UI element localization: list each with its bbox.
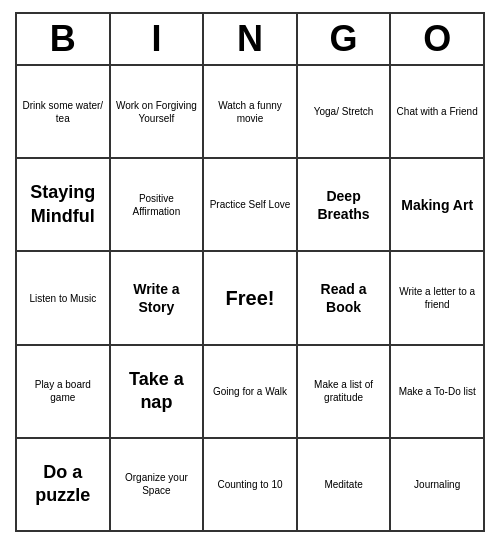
bingo-header: BINGO — [17, 14, 483, 66]
bingo-cell: Free! — [204, 252, 298, 343]
bingo-cell: Write a letter to a friend — [391, 252, 483, 343]
bingo-cell: Deep Breaths — [298, 159, 392, 250]
bingo-cell: Watch a funny movie — [204, 66, 298, 157]
bingo-row: Do a puzzleOrganize your SpaceCounting t… — [17, 439, 483, 530]
bingo-cell: Do a puzzle — [17, 439, 111, 530]
bingo-cell: Yoga/ Stretch — [298, 66, 392, 157]
header-letter: N — [204, 14, 298, 64]
bingo-cell: Meditate — [298, 439, 392, 530]
header-letter: I — [111, 14, 205, 64]
bingo-cell: Journaling — [391, 439, 483, 530]
header-letter: G — [298, 14, 392, 64]
bingo-cell: Drink some water/ tea — [17, 66, 111, 157]
bingo-cell: Chat with a Friend — [391, 66, 483, 157]
bingo-cell: Make a To-Do list — [391, 346, 483, 437]
bingo-cell: Practice Self Love — [204, 159, 298, 250]
header-letter: B — [17, 14, 111, 64]
bingo-cell: Going for a Walk — [204, 346, 298, 437]
bingo-cell: Write a Story — [111, 252, 205, 343]
bingo-cell: Play a board game — [17, 346, 111, 437]
bingo-cell: Make a list of gratitude — [298, 346, 392, 437]
bingo-cell: Making Art — [391, 159, 483, 250]
bingo-cell: Positive Affirmation — [111, 159, 205, 250]
bingo-cell: Counting to 10 — [204, 439, 298, 530]
bingo-cell: Work on Forgiving Yourself — [111, 66, 205, 157]
header-letter: O — [391, 14, 483, 64]
bingo-cell: Read a Book — [298, 252, 392, 343]
bingo-cell: Listen to Music — [17, 252, 111, 343]
bingo-cell: Staying Mindful — [17, 159, 111, 250]
bingo-card: BINGO Drink some water/ teaWork on Forgi… — [15, 12, 485, 532]
bingo-row: Listen to MusicWrite a StoryFree!Read a … — [17, 252, 483, 345]
bingo-row: Staying MindfulPositive AffirmationPract… — [17, 159, 483, 252]
bingo-cell: Take a nap — [111, 346, 205, 437]
bingo-row: Drink some water/ teaWork on Forgiving Y… — [17, 66, 483, 159]
bingo-row: Play a board gameTake a napGoing for a W… — [17, 346, 483, 439]
bingo-cell: Organize your Space — [111, 439, 205, 530]
bingo-grid: Drink some water/ teaWork on Forgiving Y… — [17, 66, 483, 530]
